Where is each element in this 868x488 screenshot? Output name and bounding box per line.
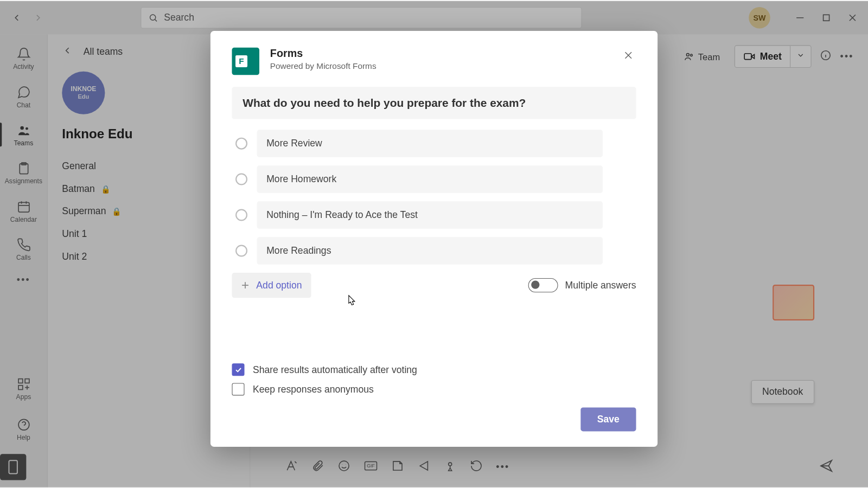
modal-close-button[interactable] bbox=[621, 47, 636, 65]
modal-subtitle: Powered by Microsoft Forms bbox=[270, 61, 621, 71]
save-button[interactable]: Save bbox=[580, 407, 636, 431]
option-row: More Review bbox=[232, 130, 636, 157]
multiple-answers-label: Multiple answers bbox=[565, 280, 636, 291]
anonymous-checkbox[interactable] bbox=[232, 383, 244, 395]
share-results-checkbox[interactable] bbox=[232, 363, 244, 376]
option-input[interactable]: More Readings bbox=[257, 237, 603, 265]
option-input[interactable]: Nothing – I'm Ready to Ace the Test bbox=[257, 201, 603, 229]
multiple-answers-toggle[interactable] bbox=[528, 278, 558, 292]
close-icon bbox=[623, 50, 634, 61]
forms-app-icon: F bbox=[232, 47, 259, 75]
option-row: Nothing – I'm Ready to Ace the Test bbox=[232, 201, 636, 229]
modal-title: Forms bbox=[270, 47, 621, 60]
option-row: More Readings bbox=[232, 237, 636, 265]
option-row: More Homework bbox=[232, 165, 636, 193]
plus-icon: + bbox=[241, 279, 249, 292]
option-radio[interactable] bbox=[235, 173, 247, 185]
question-input[interactable]: What do you need to help you prepare for… bbox=[232, 87, 636, 119]
option-radio[interactable] bbox=[235, 245, 247, 256]
option-input[interactable]: More Homework bbox=[257, 165, 603, 193]
option-input[interactable]: More Review bbox=[257, 130, 603, 157]
anonymous-label: Keep responses anonymous bbox=[253, 384, 374, 395]
option-radio[interactable] bbox=[235, 137, 247, 149]
option-radio[interactable] bbox=[235, 209, 247, 221]
forms-modal: F Forms Powered by Microsoft Forms What … bbox=[210, 31, 658, 447]
add-option-button[interactable]: + Add option bbox=[232, 273, 311, 298]
share-results-label: Share results automatically after voting bbox=[253, 364, 417, 375]
